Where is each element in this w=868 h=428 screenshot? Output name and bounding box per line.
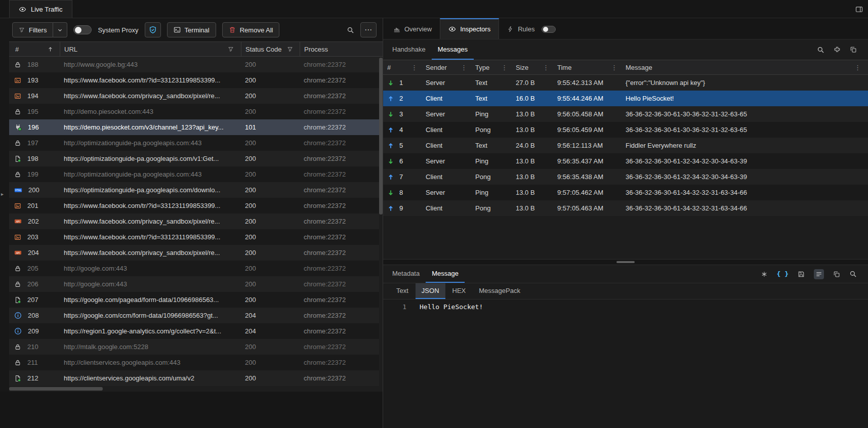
column-menu-icon[interactable]: ⋮ <box>411 64 418 71</box>
tab-overview[interactable]: Overview <box>385 18 440 39</box>
remove-all-button[interactable]: Remove All <box>222 22 280 37</box>
tab-handshake[interactable]: Handshake <box>386 39 432 60</box>
column-header-time[interactable]: Time⋮ <box>553 60 622 74</box>
column-header-process[interactable]: Process <box>300 42 383 56</box>
layout-panel-icon[interactable] <box>855 6 863 13</box>
filter-icon[interactable] <box>287 46 293 52</box>
traffic-row[interactable]: 203 https://www.facebook.com/tr/?id=3312… <box>9 229 383 245</box>
traffic-row[interactable]: 207 https://google.com/pagead/form-data/… <box>9 292 383 308</box>
rules-toggle[interactable] <box>542 26 556 33</box>
column-menu-icon[interactable]: ⋮ <box>501 64 508 71</box>
session-process: chrome:22372 <box>300 155 383 162</box>
message-row[interactable]: 4 Client Pong 13.0 B 9:56:05.459 AM 36-3… <box>383 122 868 138</box>
scrollbar-thumb[interactable] <box>379 58 383 215</box>
column-menu-icon[interactable]: ⋮ <box>461 64 467 71</box>
column-menu-icon[interactable]: ⋮ <box>854 64 861 71</box>
capture-button[interactable] <box>145 22 161 37</box>
tab-metadata[interactable]: Metadata <box>386 265 426 283</box>
traffic-row[interactable]: 195 http://demo.piesocket.com:443 200 ch… <box>9 104 383 119</box>
filters-button[interactable]: Filters <box>12 22 53 37</box>
message-row[interactable]: 2 Client Text 16.0 B 9:55:44.246 AM Hell… <box>383 91 868 106</box>
message-row[interactable]: 1 Server Text 27.0 B 9:55:42.313 AM {"er… <box>383 75 868 91</box>
traffic-row[interactable]: API 202 https://www.facebook.com/privacy… <box>9 213 383 229</box>
traffic-row[interactable]: 209 https://region1.google-analytics.com… <box>9 323 383 339</box>
tab-json[interactable]: JSON <box>416 283 445 299</box>
traffic-row[interactable]: 196 https://demo.piesocket.com/v3/channe… <box>9 119 383 135</box>
tab-text[interactable]: Text <box>390 283 415 299</box>
extension-icon[interactable] <box>834 46 841 53</box>
column-header-status[interactable]: Status Code <box>241 42 300 56</box>
tab-inspectors[interactable]: Inspectors <box>440 18 499 39</box>
column-menu-icon[interactable]: ⋮ <box>611 64 617 71</box>
column-header-message[interactable]: Message⋮ <box>622 60 868 74</box>
traffic-row[interactable]: 201 https://www.facebook.com/tr/?id=3312… <box>9 198 383 213</box>
column-header-number[interactable]: # <box>9 46 60 53</box>
column-header-number[interactable]: #⋮ <box>383 60 422 74</box>
tab-hex[interactable]: HEX <box>446 283 472 299</box>
splitter-grip[interactable] <box>616 261 635 263</box>
search-icon[interactable] <box>849 270 857 278</box>
traffic-row[interactable]: API 204 https://www.facebook.com/privacy… <box>9 245 383 261</box>
message-row[interactable]: 8 Server Ping 13.0 B 9:57:05.462 AM 36-3… <box>383 185 868 200</box>
traffic-row[interactable]: 199 http://optimizationguide-pa.googleap… <box>9 166 383 182</box>
session-status: 200 <box>241 108 300 115</box>
more-options-button[interactable]: ⋯ <box>360 22 377 37</box>
message-row[interactable]: 9 Client Pong 13.0 B 9:57:05.463 AM 36-3… <box>383 200 868 216</box>
traffic-row[interactable]: 205 http://google.com:443 200 chrome:223… <box>9 261 383 276</box>
tab-live-traffic[interactable]: Live Traffic <box>9 0 72 18</box>
word-wrap-icon[interactable] <box>814 269 824 279</box>
column-menu-icon[interactable]: ⋮ <box>543 64 549 71</box>
message-row[interactable]: 7 Client Pong 13.0 B 9:56:35.438 AM 36-3… <box>383 169 868 185</box>
message-body-editor[interactable]: 1 Hello PieSocket! <box>383 299 868 428</box>
scrollbar-thumb[interactable] <box>9 387 103 391</box>
tab-rules[interactable]: Rules <box>499 18 564 39</box>
column-header-size[interactable]: Size⋮ <box>512 60 553 74</box>
tab-messages[interactable]: Messages <box>432 39 474 60</box>
tab-messagepack[interactable]: MessagePack <box>473 283 526 299</box>
tab-message[interactable]: Message <box>426 265 465 283</box>
session-id: 188 <box>27 61 38 68</box>
column-header-url[interactable]: URL <box>60 42 241 56</box>
traffic-toolbar: Filters System Proxy Terminal Remove All <box>0 18 383 41</box>
session-process: chrome:22372 <box>300 249 383 256</box>
message-number: 7 <box>399 173 403 181</box>
horizontal-scrollbar[interactable] <box>9 386 383 392</box>
traffic-row[interactable]: 208 https://google.com/ccm/form-data/109… <box>9 308 383 323</box>
traffic-row[interactable]: 206 http://google.com:443 200 chrome:223… <box>9 276 383 292</box>
column-header-type[interactable]: Type⋮ <box>471 60 512 74</box>
message-row[interactable]: 3 Server Ping 13.0 B 9:56:05.458 AM 36-3… <box>383 106 868 122</box>
braces-icon[interactable]: { } <box>777 270 789 278</box>
vertical-scrollbar[interactable] <box>379 57 383 386</box>
message-time: 9:57:05.463 AM <box>553 204 622 212</box>
system-proxy-toggle[interactable] <box>73 25 92 34</box>
message-time: 9:57:05.462 AM <box>553 189 622 196</box>
traffic-row[interactable]: 197 http://optimizationguide-pa.googleap… <box>9 135 383 151</box>
panel-splitter[interactable] <box>383 259 868 265</box>
traffic-row[interactable]: 188 http://www.google.bg:443 200 chrome:… <box>9 57 383 72</box>
traffic-row[interactable]: 198 https://optimizationguide-pa.googlea… <box>9 151 383 166</box>
filter-icon[interactable] <box>228 46 234 52</box>
message-time: 9:56:35.437 AM <box>553 157 622 165</box>
session-id: 200 <box>28 186 39 194</box>
format-icon[interactable] <box>761 271 768 278</box>
search-icon[interactable] <box>347 26 354 34</box>
column-header-sender[interactable]: Sender⋮ <box>422 60 471 74</box>
copy-icon[interactable] <box>833 271 840 278</box>
traffic-row[interactable]: 211 http://clientservices.googleapis.com… <box>9 355 383 370</box>
traffic-row[interactable]: 212 https://clientservices.googleapis.co… <box>9 370 383 386</box>
message-row[interactable]: 6 Server Ping 13.0 B 9:56:35.437 AM 36-3… <box>383 153 868 169</box>
save-icon[interactable] <box>798 271 805 278</box>
terminal-button[interactable]: Terminal <box>167 22 216 37</box>
doc-icon <box>14 375 21 382</box>
traffic-row[interactable]: 210 http://mtalk.google.com:5228 200 chr… <box>9 339 383 355</box>
traffic-row[interactable]: 193 https://www.facebook.com/tr/?id=3312… <box>9 72 383 88</box>
collapse-panel-icon[interactable]: ▸ <box>1 191 4 197</box>
open-in-window-icon[interactable] <box>850 46 857 53</box>
filters-dropdown-button[interactable] <box>53 22 67 37</box>
message-row[interactable]: 5 Client Text 24.0 B 9:56:12.113 AM Fidd… <box>383 138 868 153</box>
traffic-row[interactable]: 194 https://www.facebook.com/privacy_san… <box>9 88 383 104</box>
search-icon[interactable] <box>817 46 824 54</box>
traffic-row[interactable]: HTML 200 https://optimizationguide-pa.go… <box>9 182 383 198</box>
lock-icon <box>14 140 21 147</box>
session-status: 200 <box>241 170 300 178</box>
